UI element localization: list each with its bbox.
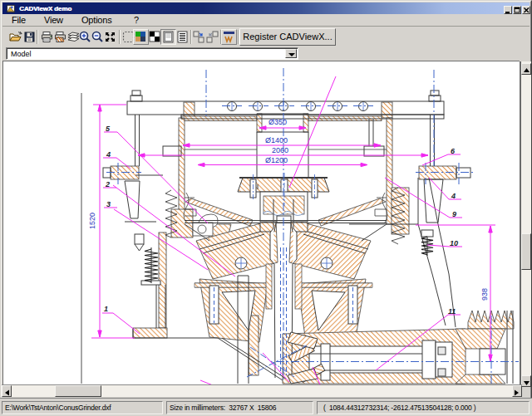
- svg-text:3: 3: [106, 200, 111, 208]
- svg-text:Ø1200: Ø1200: [265, 156, 288, 164]
- svg-text:4: 4: [106, 150, 111, 159]
- svg-text:1: 1: [104, 305, 108, 313]
- svg-text:2: 2: [105, 180, 110, 188]
- svg-text:10: 10: [450, 239, 458, 247]
- svg-text:4: 4: [451, 192, 456, 200]
- svg-text:11: 11: [448, 307, 456, 316]
- svg-text:Ø350: Ø350: [268, 118, 287, 126]
- svg-text:938: 938: [480, 288, 489, 301]
- svg-text:9: 9: [452, 210, 456, 218]
- svg-text:Ø1400: Ø1400: [265, 136, 288, 144]
- svg-text:2060: 2060: [272, 146, 288, 154]
- svg-text:1520: 1520: [88, 213, 96, 229]
